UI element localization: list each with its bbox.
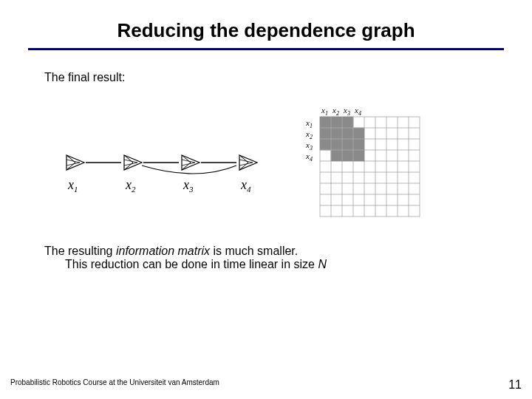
matrix-row-x2: x2 [305,129,313,140]
svg-rect-31 [353,128,364,139]
matrix-row-x3: x3 [305,140,313,151]
information-matrix: x1 x2 x3 x4 x1 x2 x3 x4 [301,102,424,224]
conclusion-em: information matrix [116,245,210,257]
svg-rect-35 [353,139,364,150]
svg-rect-37 [342,150,353,161]
graph-label-x4: x4 [240,177,251,194]
matrix-col-x3: x3 [343,106,350,117]
slide-title: Reducing the dependence graph [0,0,532,48]
svg-rect-29 [331,128,342,139]
graph-label-x1: x1 [67,177,78,194]
matrix-col-x1: x1 [321,106,328,117]
matrix-row-x4: x4 [305,151,313,163]
svg-rect-32 [320,139,331,150]
footer: Probabilistic Robotics Course at the Uni… [0,378,532,392]
svg-rect-33 [331,139,342,150]
figure-row: x1 x2 x3 x4 [44,102,488,224]
footer-text: Probabilistic Robotics Course at the Uni… [10,378,219,392]
svg-rect-36 [331,150,342,161]
intro-text: The final result: [44,71,488,84]
conclusion-n: N [318,258,327,270]
matrix-col-x4: x4 [354,106,361,117]
dependence-graph: x1 x2 x3 x4 [58,123,272,204]
matrix-col-x2: x2 [332,106,339,117]
graph-label-x2: x2 [125,177,136,194]
svg-rect-30 [342,128,353,139]
slide-body: The final result: [0,50,532,271]
conclusion-line2: This reduction can be done in time linea… [44,258,488,271]
svg-rect-26 [331,117,342,128]
conclusion: The resulting information matrix is much… [44,245,488,271]
page-number: 11 [508,378,522,392]
svg-rect-38 [353,150,364,161]
graph-label-x3: x3 [183,177,194,194]
svg-rect-27 [342,117,353,128]
matrix-row-x1: x1 [305,118,313,129]
svg-rect-34 [342,139,353,150]
conclusion-line1: The resulting information matrix is much… [44,245,488,258]
svg-rect-25 [320,117,331,128]
svg-rect-28 [320,128,331,139]
